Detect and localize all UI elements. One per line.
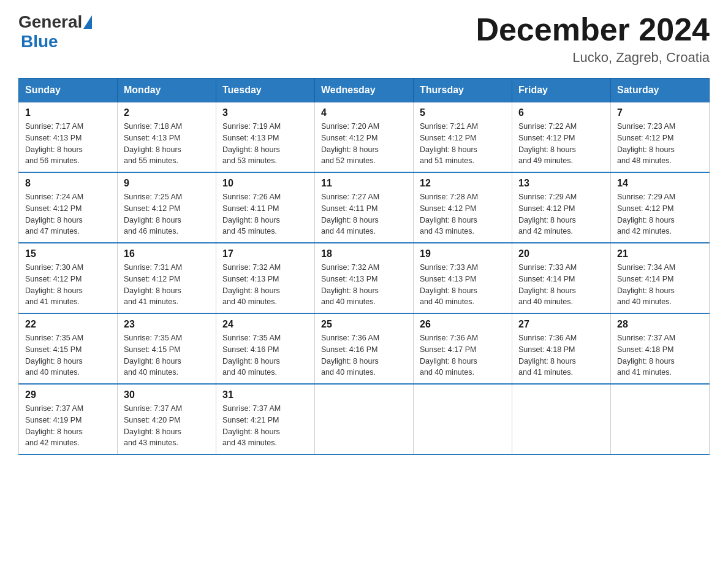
day-info: Sunrise: 7:35 AM Sunset: 4:15 PM Dayligh…: [25, 332, 111, 378]
day-number: 20: [518, 248, 604, 259]
day-number: 8: [25, 178, 111, 189]
day-number: 23: [124, 319, 210, 330]
calendar-cell: 4 Sunrise: 7:20 AM Sunset: 4:12 PM Dayli…: [315, 102, 414, 173]
day-info: Sunrise: 7:33 AM Sunset: 4:14 PM Dayligh…: [518, 262, 604, 308]
calendar-cell: 31 Sunrise: 7:37 AM Sunset: 4:21 PM Dayl…: [216, 384, 315, 454]
day-info: Sunrise: 7:36 AM Sunset: 4:16 PM Dayligh…: [321, 332, 407, 378]
calendar-cell: 3 Sunrise: 7:19 AM Sunset: 4:13 PM Dayli…: [216, 102, 315, 173]
calendar-header-tuesday: Tuesday: [216, 79, 315, 102]
calendar-cell: 6 Sunrise: 7:22 AM Sunset: 4:12 PM Dayli…: [512, 102, 611, 173]
calendar-cell: 12 Sunrise: 7:28 AM Sunset: 4:12 PM Dayl…: [414, 172, 512, 243]
calendar-cell: [315, 384, 414, 454]
calendar-cell: 24 Sunrise: 7:35 AM Sunset: 4:16 PM Dayl…: [216, 313, 315, 384]
calendar-cell: [414, 384, 512, 454]
day-info: Sunrise: 7:35 AM Sunset: 4:16 PM Dayligh…: [222, 332, 308, 378]
logo-blue: Blue: [21, 32, 58, 51]
calendar-cell: 5 Sunrise: 7:21 AM Sunset: 4:12 PM Dayli…: [414, 102, 512, 173]
day-info: Sunrise: 7:36 AM Sunset: 4:18 PM Dayligh…: [518, 332, 604, 378]
calendar-cell: 19 Sunrise: 7:33 AM Sunset: 4:13 PM Dayl…: [414, 243, 512, 313]
day-info: Sunrise: 7:28 AM Sunset: 4:12 PM Dayligh…: [420, 191, 506, 237]
calendar-week-row: 29 Sunrise: 7:37 AM Sunset: 4:19 PM Dayl…: [19, 384, 710, 454]
logo: General Blue: [18, 12, 93, 52]
day-info: Sunrise: 7:26 AM Sunset: 4:11 PM Dayligh…: [222, 191, 308, 237]
day-number: 6: [518, 107, 604, 118]
day-number: 12: [420, 178, 506, 189]
day-info: Sunrise: 7:21 AM Sunset: 4:12 PM Dayligh…: [420, 121, 506, 167]
day-info: Sunrise: 7:31 AM Sunset: 4:12 PM Dayligh…: [124, 262, 210, 308]
calendar-cell: 30 Sunrise: 7:37 AM Sunset: 4:20 PM Dayl…: [118, 384, 216, 454]
calendar-header-monday: Monday: [118, 79, 216, 102]
calendar-week-row: 15 Sunrise: 7:30 AM Sunset: 4:12 PM Dayl…: [19, 243, 710, 313]
day-info: Sunrise: 7:25 AM Sunset: 4:12 PM Dayligh…: [124, 191, 210, 237]
calendar-cell: 28 Sunrise: 7:37 AM Sunset: 4:18 PM Dayl…: [611, 313, 710, 384]
calendar-week-row: 1 Sunrise: 7:17 AM Sunset: 4:13 PM Dayli…: [19, 102, 710, 173]
day-number: 15: [25, 248, 111, 259]
day-info: Sunrise: 7:27 AM Sunset: 4:11 PM Dayligh…: [321, 191, 407, 237]
calendar-cell: [512, 384, 611, 454]
calendar-week-row: 22 Sunrise: 7:35 AM Sunset: 4:15 PM Dayl…: [19, 313, 710, 384]
day-number: 21: [617, 248, 703, 259]
day-number: 31: [222, 389, 308, 400]
calendar-header-wednesday: Wednesday: [315, 79, 414, 102]
day-number: 25: [321, 319, 407, 330]
calendar-cell: 25 Sunrise: 7:36 AM Sunset: 4:16 PM Dayl…: [315, 313, 414, 384]
calendar-header-sunday: Sunday: [19, 79, 118, 102]
calendar-week-row: 8 Sunrise: 7:24 AM Sunset: 4:12 PM Dayli…: [19, 172, 710, 243]
day-number: 28: [617, 319, 703, 330]
calendar-cell: 18 Sunrise: 7:32 AM Sunset: 4:13 PM Dayl…: [315, 243, 414, 313]
day-info: Sunrise: 7:24 AM Sunset: 4:12 PM Dayligh…: [25, 191, 111, 237]
day-info: Sunrise: 7:20 AM Sunset: 4:12 PM Dayligh…: [321, 121, 407, 167]
day-info: Sunrise: 7:37 AM Sunset: 4:19 PM Dayligh…: [25, 403, 111, 449]
day-info: Sunrise: 7:29 AM Sunset: 4:12 PM Dayligh…: [617, 191, 703, 237]
calendar-cell: 20 Sunrise: 7:33 AM Sunset: 4:14 PM Dayl…: [512, 243, 611, 313]
day-number: 3: [222, 107, 308, 118]
calendar-cell: 14 Sunrise: 7:29 AM Sunset: 4:12 PM Dayl…: [611, 172, 710, 243]
day-info: Sunrise: 7:23 AM Sunset: 4:12 PM Dayligh…: [617, 121, 703, 167]
day-number: 19: [420, 248, 506, 259]
day-number: 17: [222, 248, 308, 259]
day-number: 4: [321, 107, 407, 118]
day-info: Sunrise: 7:29 AM Sunset: 4:12 PM Dayligh…: [518, 191, 604, 237]
day-info: Sunrise: 7:36 AM Sunset: 4:17 PM Dayligh…: [420, 332, 506, 378]
day-number: 27: [518, 319, 604, 330]
calendar-title: December 2024: [476, 12, 710, 47]
calendar-cell: 8 Sunrise: 7:24 AM Sunset: 4:12 PM Dayli…: [19, 172, 118, 243]
logo-text: General: [18, 12, 93, 32]
day-info: Sunrise: 7:30 AM Sunset: 4:12 PM Dayligh…: [25, 262, 111, 308]
calendar-cell: 15 Sunrise: 7:30 AM Sunset: 4:12 PM Dayl…: [19, 243, 118, 313]
calendar-location: Lucko, Zagreb, Croatia: [476, 50, 710, 66]
calendar-header-row: SundayMondayTuesdayWednesdayThursdayFrid…: [19, 79, 710, 102]
day-info: Sunrise: 7:32 AM Sunset: 4:13 PM Dayligh…: [321, 262, 407, 308]
day-info: Sunrise: 7:35 AM Sunset: 4:15 PM Dayligh…: [124, 332, 210, 378]
day-info: Sunrise: 7:18 AM Sunset: 4:13 PM Dayligh…: [124, 121, 210, 167]
calendar-table: SundayMondayTuesdayWednesdayThursdayFrid…: [18, 78, 710, 455]
day-number: 18: [321, 248, 407, 259]
calendar-cell: 27 Sunrise: 7:36 AM Sunset: 4:18 PM Dayl…: [512, 313, 611, 384]
calendar-cell: 23 Sunrise: 7:35 AM Sunset: 4:15 PM Dayl…: [118, 313, 216, 384]
day-info: Sunrise: 7:19 AM Sunset: 4:13 PM Dayligh…: [222, 121, 308, 167]
title-block: December 2024 Lucko, Zagreb, Croatia: [476, 12, 710, 66]
day-number: 30: [124, 389, 210, 400]
calendar-header-saturday: Saturday: [611, 79, 710, 102]
day-number: 16: [124, 248, 210, 259]
calendar-header-friday: Friday: [512, 79, 611, 102]
day-info: Sunrise: 7:37 AM Sunset: 4:20 PM Dayligh…: [124, 403, 210, 449]
day-info: Sunrise: 7:37 AM Sunset: 4:21 PM Dayligh…: [222, 403, 308, 449]
logo-triangle-icon: [83, 15, 92, 29]
calendar-cell: 1 Sunrise: 7:17 AM Sunset: 4:13 PM Dayli…: [19, 102, 118, 173]
day-info: Sunrise: 7:34 AM Sunset: 4:14 PM Dayligh…: [617, 262, 703, 308]
calendar-header-thursday: Thursday: [414, 79, 512, 102]
day-number: 10: [222, 178, 308, 189]
calendar-cell: 21 Sunrise: 7:34 AM Sunset: 4:14 PM Dayl…: [611, 243, 710, 313]
day-number: 14: [617, 178, 703, 189]
day-info: Sunrise: 7:32 AM Sunset: 4:13 PM Dayligh…: [222, 262, 308, 308]
calendar-cell: 22 Sunrise: 7:35 AM Sunset: 4:15 PM Dayl…: [19, 313, 118, 384]
calendar-cell: [611, 384, 710, 454]
day-number: 29: [25, 389, 111, 400]
day-info: Sunrise: 7:33 AM Sunset: 4:13 PM Dayligh…: [420, 262, 506, 308]
day-number: 9: [124, 178, 210, 189]
day-number: 13: [518, 178, 604, 189]
day-info: Sunrise: 7:17 AM Sunset: 4:13 PM Dayligh…: [25, 121, 111, 167]
calendar-cell: 10 Sunrise: 7:26 AM Sunset: 4:11 PM Dayl…: [216, 172, 315, 243]
calendar-cell: 7 Sunrise: 7:23 AM Sunset: 4:12 PM Dayli…: [611, 102, 710, 173]
